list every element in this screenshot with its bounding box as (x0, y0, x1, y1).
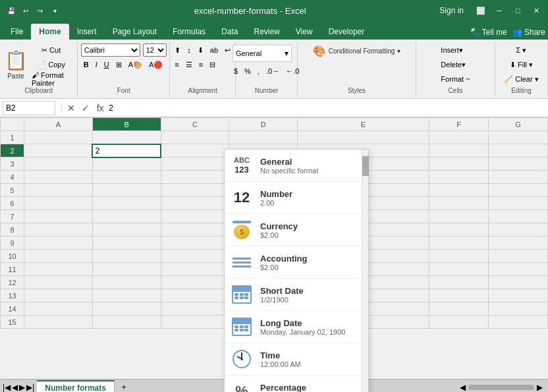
cell-B6[interactable] (92, 197, 161, 210)
align-left-button[interactable]: ≡ (172, 58, 181, 71)
cancel-formula-icon[interactable]: ✕ (65, 103, 77, 113)
cell-C13[interactable] (161, 289, 229, 302)
cell-C1[interactable] (161, 131, 229, 144)
signin-button[interactable]: Sign in (439, 6, 464, 15)
cell-B10[interactable] (92, 250, 161, 263)
cell-B7[interactable] (92, 210, 161, 223)
sum-button[interactable]: Σ ▾ (514, 43, 530, 57)
fill-button[interactable]: ⬇ Fill ▾ (507, 58, 535, 71)
cell-G11[interactable] (489, 263, 548, 276)
tab-review[interactable]: Review (246, 24, 287, 40)
cell-A11[interactable] (24, 263, 93, 276)
tab-insert[interactable]: Insert (69, 24, 105, 40)
cell-C8[interactable] (161, 223, 229, 237)
cell-B13[interactable] (92, 289, 161, 302)
customize-icon[interactable]: ▾ (49, 5, 61, 16)
cell-A13[interactable] (24, 289, 93, 302)
cell-A12[interactable] (24, 276, 93, 289)
tab-view[interactable]: View (288, 24, 321, 40)
tell-me-box[interactable]: 🔦 Tell me (470, 28, 507, 37)
align-center-button[interactable]: ☰ (183, 58, 195, 71)
cell-E1[interactable] (298, 131, 429, 144)
sheet-nav-prev[interactable]: ◀ (12, 383, 18, 392)
cell-G13[interactable] (489, 289, 548, 302)
cell-A3[interactable] (24, 157, 93, 171)
align-middle-button[interactable]: ↕ (184, 43, 194, 57)
share-button[interactable]: 👥 Share (512, 28, 545, 37)
cell-A9[interactable] (24, 237, 93, 250)
font-family-select[interactable]: Calibri (81, 43, 140, 57)
cell-A8[interactable] (24, 223, 93, 237)
cell-C6[interactable] (161, 197, 229, 210)
cell-F8[interactable] (429, 223, 489, 237)
cell-G14[interactable] (489, 302, 548, 316)
scrollbar-thumb[interactable] (362, 156, 369, 176)
cell-A2[interactable] (24, 144, 93, 157)
conditional-formatting-button[interactable]: 🎨 Conditional Formatting ▾ (310, 43, 404, 59)
cell-B5[interactable] (92, 184, 161, 197)
cell-A4[interactable] (24, 171, 93, 184)
number-format-dropdown[interactable]: ABC123GeneralNo specific format12Number2… (224, 149, 369, 392)
format-button[interactable]: Format ~ (438, 72, 472, 86)
cell-A6[interactable] (24, 197, 93, 210)
undo-icon[interactable]: ↩ (20, 5, 32, 16)
cell-G3[interactable] (489, 157, 548, 171)
bold-button[interactable]: B (81, 58, 92, 71)
format-item-general[interactable]: ABC123GeneralNo specific format (225, 150, 362, 182)
decrease-decimal-button[interactable]: ←.0 (283, 65, 302, 78)
maximize-button[interactable]: □ (511, 4, 524, 17)
cell-G5[interactable] (489, 184, 548, 197)
cell-F12[interactable] (429, 276, 489, 289)
cell-B3[interactable] (92, 157, 161, 171)
cell-F1[interactable] (429, 131, 489, 144)
cell-B11[interactable] (92, 263, 161, 276)
cell-A7[interactable] (24, 210, 93, 223)
tab-page-layout[interactable]: Page Layout (105, 24, 165, 40)
cell-G1[interactable] (489, 131, 548, 144)
format-item-percentage[interactable]: %Percentage200.00% (225, 376, 362, 392)
cell-F7[interactable] (429, 210, 489, 223)
save-icon[interactable]: 💾 (5, 5, 17, 16)
cell-F15[interactable] (429, 316, 489, 329)
sheet-nav-first[interactable]: |◀ (3, 383, 11, 392)
cell-C2[interactable] (161, 144, 229, 157)
cell-A14[interactable] (24, 302, 93, 316)
increase-decimal-button[interactable]: .0→ (263, 65, 282, 78)
format-item-accounting[interactable]: Accounting$2.00 (225, 246, 362, 279)
border-button[interactable]: ⊞ (113, 58, 124, 71)
cut-button[interactable]: ✂ Cut (29, 43, 73, 57)
clear-button[interactable]: 🧹 Clear ▾ (501, 72, 541, 86)
tab-file[interactable]: File (3, 24, 31, 40)
cell-G15[interactable] (489, 316, 548, 329)
cell-G4[interactable] (489, 171, 548, 184)
sheet-nav-last[interactable]: ▶| (26, 383, 34, 392)
paste-button[interactable]: 📋 Paste (4, 45, 28, 84)
fill-color-button[interactable]: A🎨 (126, 58, 145, 71)
format-item-number[interactable]: 12Number2.00 (225, 182, 362, 214)
align-top-button[interactable]: ⬆ (172, 43, 183, 57)
sheet-scrollbar[interactable] (468, 385, 534, 390)
tab-developer[interactable]: Developer (321, 24, 373, 40)
cell-D1[interactable] (229, 131, 298, 144)
cell-C9[interactable] (161, 237, 229, 250)
cell-C14[interactable] (161, 302, 229, 316)
minimize-button[interactable]: ─ (493, 4, 506, 17)
tab-data[interactable]: Data (213, 24, 246, 40)
cell-A5[interactable] (24, 184, 93, 197)
cell-F6[interactable] (429, 197, 489, 210)
tab-home[interactable]: Home (31, 24, 68, 40)
format-item-short_date[interactable]: Short Date1/2/1900 (225, 279, 362, 311)
format-item-long_date[interactable]: Long DateMonday, January 02, 1900 (225, 311, 362, 343)
cell-F5[interactable] (429, 184, 489, 197)
cell-G6[interactable] (489, 197, 548, 210)
cell-A1[interactable] (24, 131, 93, 144)
cell-F13[interactable] (429, 289, 489, 302)
dropdown-scrollbar[interactable] (362, 150, 368, 392)
font-color-button[interactable]: A🔴 (146, 58, 165, 71)
cell-A10[interactable] (24, 250, 93, 263)
sheet-scroll-left[interactable]: ◀ (460, 383, 466, 392)
copy-button[interactable]: 📄 Copy (29, 58, 73, 71)
tab-formulas[interactable]: Formulas (165, 24, 213, 40)
sheet-scroll-right[interactable]: ▶ (537, 383, 543, 392)
insert-function-icon[interactable]: fx (94, 103, 106, 113)
